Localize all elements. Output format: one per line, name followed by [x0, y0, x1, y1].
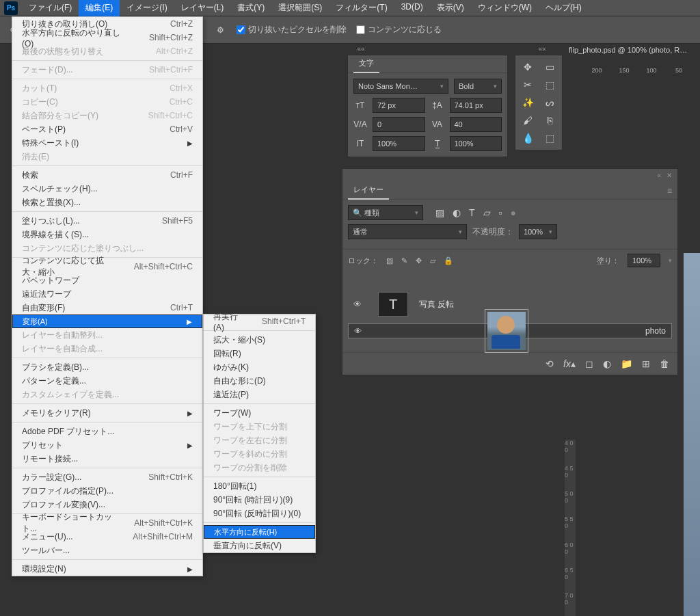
menu-レイヤー(L)[interactable]: レイヤー(L)	[174, 0, 231, 16]
close-icon[interactable]: ✕	[667, 172, 672, 179]
document-tab[interactable]: flip_photo.psd @ 100% (photo, R…	[569, 44, 687, 56]
menu-item[interactable]: 180°回転(1)	[204, 479, 315, 493]
visibility-icon[interactable]: 👁	[354, 327, 368, 335]
adjustment-layer-icon[interactable]: ◐	[603, 358, 611, 369]
menu-item[interactable]: 拡大・縮小(S)	[204, 333, 315, 347]
menu-item[interactable]: ゆがみ(K)	[204, 360, 315, 374]
menu-3D(D)[interactable]: 3D(D)	[394, 0, 430, 16]
delete-layer-icon[interactable]: 🗑	[660, 358, 669, 369]
menu-item[interactable]: 再実行(A)Shift+Ctrl+T	[204, 314, 315, 328]
menu-item[interactable]: 環境設定(N)▶	[12, 562, 202, 576]
menu-item[interactable]: キーボードショートカット...Alt+Shift+Ctrl+K	[12, 516, 202, 530]
menu-item[interactable]: 回転(R)	[204, 347, 315, 360]
opacity-field[interactable]: 100%▾	[519, 224, 557, 239]
menu-イメージ(I)[interactable]: イメージ(I)	[120, 0, 174, 16]
filter-toggle-icon[interactable]: ●	[511, 207, 516, 218]
lasso-tool-icon[interactable]: ᔕ	[540, 95, 559, 110]
layer-name[interactable]: photo	[645, 326, 666, 336]
content-aware-input[interactable]	[356, 25, 365, 34]
filter-pixel-icon[interactable]: ▨	[435, 207, 444, 218]
menu-item[interactable]: 自由な形に(D)	[204, 374, 315, 388]
layer-thumbnail[interactable]	[487, 312, 526, 350]
filter-smart-icon[interactable]: ▫	[499, 207, 502, 218]
gear-icon[interactable]: ⚙	[213, 23, 227, 37]
menu-item[interactable]: 水平方向に反転のやり直し(O)Shift+Ctrl+Z	[12, 31, 202, 44]
menu-フィルター(T)[interactable]: フィルター(T)	[329, 0, 394, 16]
filter-shape-icon[interactable]: ▱	[483, 207, 491, 218]
menu-item[interactable]: ツールバー...	[12, 544, 202, 557]
leading-field[interactable]: 74.01 px	[450, 98, 502, 113]
artboard-tool-icon[interactable]: ▭	[540, 59, 559, 75]
font-family-select[interactable]: Noto Sans Mon…▾	[353, 79, 448, 94]
menu-item[interactable]: 塗りつぶし(L)...Shift+F5	[12, 214, 202, 228]
menu-item[interactable]: プリセット▶	[12, 438, 202, 452]
menu-item[interactable]: 特殊ペースト(I)▶	[12, 136, 202, 150]
visibility-icon[interactable]: 👁	[353, 299, 367, 309]
menu-item[interactable]: 遠近法(P)	[204, 388, 315, 401]
group-icon[interactable]: 📁	[621, 358, 632, 369]
menu-item[interactable]: プロファイル変換(V)...	[12, 498, 202, 511]
menu-item[interactable]: メモリをクリア(R)▶	[12, 406, 202, 420]
new-layer-icon[interactable]: ⊞	[642, 358, 650, 369]
menu-書式(Y)[interactable]: 書式(Y)	[230, 0, 271, 16]
menu-item[interactable]: 変形(A)▶	[12, 314, 202, 328]
collapse-handle[interactable]: ««	[532, 45, 552, 52]
lock-brush-icon[interactable]: ✎	[401, 256, 407, 265]
menu-item[interactable]: Adobe PDF プリセット...	[12, 425, 202, 438]
fill-field[interactable]: 100%	[628, 254, 660, 267]
lock-pixels-icon[interactable]: ▨	[386, 256, 393, 265]
menu-ファイル(F)[interactable]: ファイル(F)	[22, 0, 79, 16]
menu-item[interactable]: 90°回転 (反時計回り)(0)	[204, 507, 315, 520]
layer-mask-icon[interactable]: ◻	[585, 358, 593, 369]
character-tab[interactable]: 文字	[353, 55, 379, 73]
move-tool-icon[interactable]: ✥	[518, 59, 537, 75]
filter-type-icon[interactable]: T	[469, 207, 475, 218]
stamp-tool-icon[interactable]: ⎘	[540, 113, 559, 128]
menu-item[interactable]: パターンを定義...	[12, 374, 202, 388]
vscale-field[interactable]: 100%	[373, 136, 425, 151]
menu-ヘルプ(H)[interactable]: ヘルプ(H)	[539, 0, 589, 16]
menu-item[interactable]: メニュー(U)...Alt+Shift+Ctrl+M	[12, 530, 202, 544]
lock-position-icon[interactable]: ✥	[416, 256, 422, 265]
kerning-field[interactable]: 0	[373, 117, 425, 132]
menu-item[interactable]: ワープ(W)	[204, 406, 315, 420]
menu-item[interactable]: 90°回転 (時計回り)(9)	[204, 493, 315, 507]
marquee-tool-icon[interactable]: ⬚	[540, 77, 559, 92]
menu-item[interactable]: 垂直方向に反転(V)	[204, 539, 315, 552]
lock-all-icon[interactable]: 🔒	[444, 256, 453, 265]
menu-ウィンドウ(W)[interactable]: ウィンドウ(W)	[471, 0, 539, 16]
menu-編集(E)[interactable]: 編集(E)	[79, 0, 120, 16]
menu-item[interactable]: 自由変形(F)Ctrl+T	[12, 301, 202, 314]
menu-item[interactable]: 検索Ctrl+F	[12, 168, 202, 182]
menu-item[interactable]: 境界線を描く(S)...	[12, 228, 202, 241]
font-weight-select[interactable]: Bold▾	[454, 79, 502, 94]
layers-tab[interactable]: レイヤー	[348, 181, 389, 200]
filter-adjust-icon[interactable]: ◐	[453, 207, 461, 218]
menu-item[interactable]: カラー設定(G)...Shift+Ctrl+K	[12, 470, 202, 484]
menu-item[interactable]: リモート接続...	[12, 452, 202, 466]
brush-tool-icon[interactable]: 🖌	[518, 113, 537, 128]
menu-item[interactable]: 水平方向に反転(H)	[204, 525, 315, 539]
selection-tool-icon[interactable]: ⬚	[540, 131, 559, 146]
filter-type-select[interactable]: 🔍 種類▾	[348, 205, 423, 220]
eyedropper-tool-icon[interactable]: 💧	[518, 131, 537, 146]
menu-item[interactable]: 遠近法ワープ	[12, 287, 202, 301]
delete-cropped-checkbox[interactable]: 切り抜いたピクセルを削除	[237, 24, 347, 36]
menu-選択範囲(S)[interactable]: 選択範囲(S)	[271, 0, 329, 16]
menu-item[interactable]: ペースト(P)Ctrl+V	[12, 122, 202, 136]
link-layers-icon[interactable]: ⟲	[546, 358, 554, 369]
crop-tool-icon[interactable]: ✂	[518, 77, 537, 92]
menu-item[interactable]: コンテンツに応じて拡大・縮小Alt+Shift+Ctrl+C	[12, 260, 202, 273]
menu-表示(V)[interactable]: 表示(V)	[430, 0, 471, 16]
collapse-handle[interactable]: ««	[351, 45, 371, 52]
hscale-field[interactable]: 100%	[450, 136, 502, 151]
menu-item[interactable]: パペットワープ	[12, 273, 202, 287]
canvas-image[interactable]	[684, 253, 700, 616]
blend-mode-select[interactable]: 通常▾	[348, 224, 467, 239]
layer-name[interactable]: 写真 反転	[419, 299, 454, 310]
delete-cropped-input[interactable]	[237, 25, 245, 34]
layer-item-photo[interactable]: 👁 photo	[348, 323, 672, 338]
layer-fx-icon[interactable]: fx▴	[563, 358, 576, 369]
wand-tool-icon[interactable]: ✨	[518, 95, 537, 110]
menu-item[interactable]: ブラシを定義(B)...	[12, 360, 202, 374]
